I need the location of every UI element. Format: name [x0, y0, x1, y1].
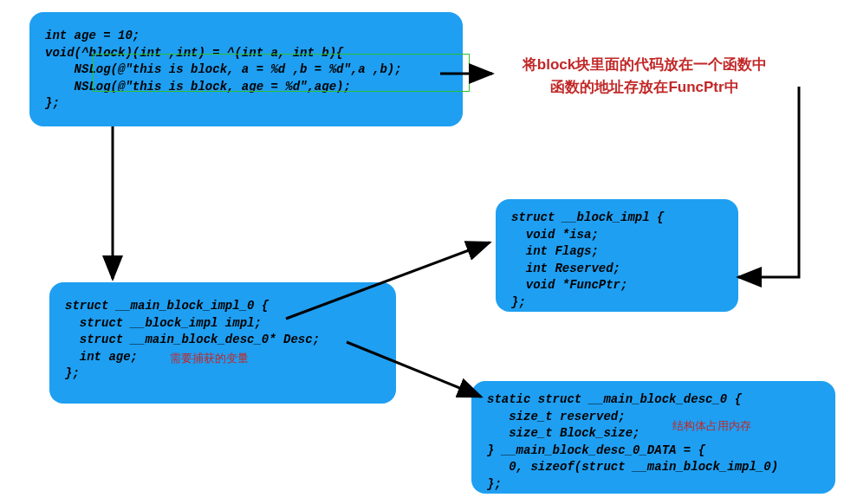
code-line: }; — [487, 477, 502, 491]
code-left: struct __main_block_impl_0 { struct __bl… — [65, 298, 380, 383]
code-right-top: struct __block_impl { void *isa; int Fla… — [511, 210, 723, 312]
code-line: struct __main_block_impl_0 { — [65, 299, 269, 313]
annotation-line: 函数的地址存放在FuncPtr中 — [550, 79, 738, 95]
code-line: size_t Block_size; — [487, 426, 640, 440]
code-box-top: int age = 10; void(^block)(int ,int) = ^… — [29, 12, 463, 126]
code-line: } __main_block_desc_0_DATA = { — [487, 443, 705, 457]
code-line: int age; — [65, 350, 138, 364]
code-line: struct __main_block_desc_0* Desc; — [65, 333, 320, 346]
code-box-right-bottom: static struct __main_block_desc_0 { size… — [471, 381, 835, 494]
code-line: void *FuncPtr; — [511, 278, 627, 292]
code-right-bottom: static struct __main_block_desc_0 { size… — [487, 391, 820, 494]
code-line: struct __block_impl { — [511, 210, 664, 224]
code-line: }; — [45, 96, 60, 110]
code-line: int Flags; — [511, 244, 599, 258]
code-line: size_t reserved; — [487, 410, 626, 423]
annotation-capture: 需要捕获的变量 — [170, 351, 249, 366]
code-line: 0, sizeof(struct __main_block_impl_0) — [487, 460, 778, 474]
code-box-right-top: struct __block_impl { void *isa; int Fla… — [496, 199, 738, 312]
code-line: static struct __main_block_desc_0 { — [487, 392, 742, 406]
annotation-line: 将block块里面的代码放在一个函数中 — [523, 56, 767, 73]
arrow-text-to-funcptr — [738, 87, 799, 277]
code-line: void *isa; — [511, 228, 599, 242]
annotation-main: 将block块里面的代码放在一个函数中 函数的地址存放在FuncPtr中 — [497, 54, 792, 98]
code-line: }; — [65, 366, 80, 380]
code-line: struct __block_impl impl; — [65, 316, 262, 330]
highlight-nslog — [93, 54, 470, 92]
code-box-left: struct __main_block_impl_0 { struct __bl… — [49, 282, 396, 404]
code-line: int age = 10; — [45, 29, 140, 42]
code-line: }; — [511, 295, 526, 309]
code-line: int Reserved; — [511, 262, 620, 275]
annotation-memory: 结构体占用内存 — [672, 418, 751, 434]
